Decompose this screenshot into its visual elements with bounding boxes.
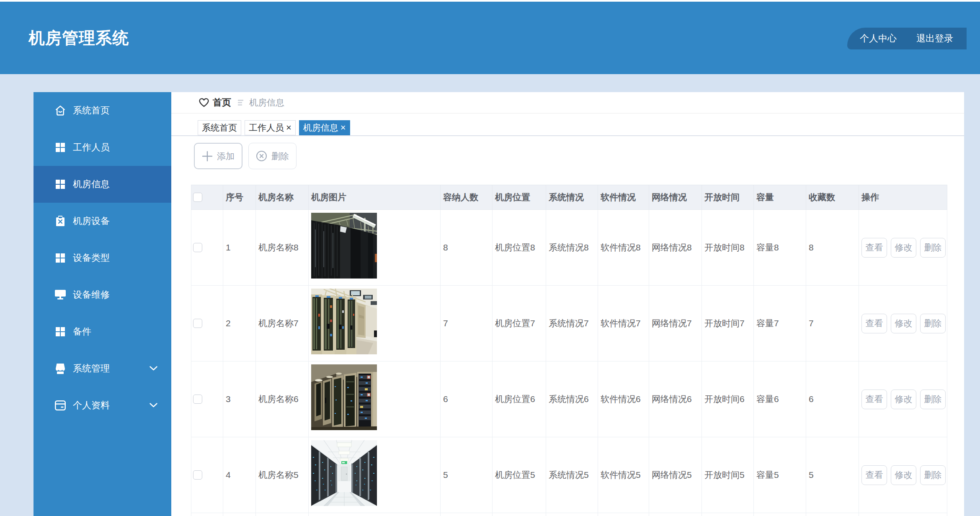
tab-system-home[interactable]: 系统首页 bbox=[198, 120, 241, 135]
cell-system: 系统情况8 bbox=[546, 210, 598, 286]
circle-close-icon bbox=[256, 150, 267, 162]
delete-row-button[interactable]: 删除 bbox=[920, 465, 946, 485]
delete-button[interactable]: 删除 bbox=[248, 143, 297, 169]
chevron-down-icon bbox=[150, 402, 157, 409]
cell-location: 机房位置8 bbox=[493, 210, 546, 286]
sidebar-menu: 系统首页 工作人员 机房信息 机房设备 bbox=[34, 92, 171, 424]
breadcrumb-home[interactable]: 首页 bbox=[213, 96, 231, 109]
cell-seq: 4 bbox=[223, 437, 256, 513]
edit-button[interactable]: 修改 bbox=[891, 314, 916, 333]
user-center-link[interactable]: 个人中心 bbox=[860, 32, 897, 45]
sidebar-item-label: 个人资料 bbox=[73, 399, 110, 412]
room-photo-beige-server-cabinets bbox=[311, 289, 377, 354]
cell-actions: 查看修改删除 bbox=[859, 437, 947, 513]
sidebar-item-equipment-repair[interactable]: 设备维修 bbox=[34, 276, 171, 313]
row-checkbox[interactable] bbox=[193, 395, 202, 404]
cell-open-time: 开放时间5 bbox=[702, 437, 754, 513]
cell-favorites: 5 bbox=[806, 437, 859, 513]
logout-link[interactable]: 退出登录 bbox=[916, 32, 953, 45]
tab-label: 系统首页 bbox=[202, 122, 237, 134]
view-button[interactable]: 查看 bbox=[861, 238, 887, 258]
cell-software: 软件情况6 bbox=[598, 361, 649, 437]
edit-button[interactable]: 修改 bbox=[891, 238, 916, 258]
lines-icon bbox=[238, 100, 243, 106]
sidebar-item-room-info[interactable]: 机房信息 bbox=[34, 166, 171, 203]
cell-network: 网络情况5 bbox=[649, 437, 702, 513]
close-icon[interactable]: × bbox=[286, 123, 291, 132]
sidebar-item-label: 备件 bbox=[73, 325, 91, 338]
cell-name: 机房名称5 bbox=[256, 437, 309, 513]
column-header-location: 机房位置 bbox=[493, 185, 546, 210]
view-button[interactable]: 查看 bbox=[861, 314, 887, 333]
sidebar-item-label: 工作人员 bbox=[73, 141, 110, 154]
edit-button[interactable]: 修改 bbox=[891, 390, 916, 409]
delete-row-button[interactable]: 删除 bbox=[920, 238, 946, 258]
sidebar-item-staff[interactable]: 工作人员 bbox=[34, 129, 171, 166]
cell-seq: 1 bbox=[223, 210, 256, 286]
view-button[interactable]: 查看 bbox=[861, 465, 887, 485]
sidebar-item-equipment-type[interactable]: 设备类型 bbox=[34, 240, 171, 276]
view-button[interactable]: 查看 bbox=[861, 390, 887, 409]
sidebar-item-personal-profile[interactable]: 个人资料 bbox=[34, 387, 171, 424]
cell-open-time: 开放时间8 bbox=[702, 210, 754, 286]
sidebar-item-label: 设备类型 bbox=[73, 252, 110, 264]
sidebar-item-room-equipment[interactable]: 机房设备 bbox=[34, 203, 171, 240]
sidebar-item-spare-parts[interactable]: 备件 bbox=[34, 313, 171, 350]
cell-photo bbox=[309, 437, 441, 513]
row-checkbox[interactable] bbox=[193, 319, 202, 328]
tab-staff[interactable]: 工作人员 × bbox=[245, 120, 296, 135]
cell-photo bbox=[309, 361, 441, 437]
user-menu: 个人中心 退出登录 bbox=[847, 28, 967, 49]
cell-favorites: 6 bbox=[806, 361, 859, 437]
cell-name: 机房名称7 bbox=[256, 286, 309, 361]
chevron-down-icon bbox=[150, 365, 157, 372]
top-header: 机房管理系统 个人中心 退出登录 bbox=[0, 2, 980, 74]
cell-capacity-people: 6 bbox=[441, 361, 493, 437]
column-header-software: 软件情况 bbox=[598, 185, 649, 210]
cell-network: 网络情况6 bbox=[649, 361, 702, 437]
cell-photo bbox=[309, 286, 441, 361]
tab-room-info[interactable]: 机房信息 × bbox=[299, 120, 350, 135]
cell-capacity: 容量8 bbox=[754, 210, 806, 286]
column-header-actions: 操作 bbox=[859, 185, 947, 210]
grid-icon bbox=[55, 179, 66, 190]
cell-location: 机房位置7 bbox=[493, 286, 546, 361]
column-header-system: 系统情况 bbox=[546, 185, 598, 210]
table-row: 2 机房名称7 bbox=[191, 286, 947, 361]
room-photo-white-corridor bbox=[311, 440, 377, 506]
edit-button[interactable]: 修改 bbox=[891, 465, 916, 485]
sidebar-item-system-home[interactable]: 系统首页 bbox=[34, 92, 171, 129]
delete-row-button[interactable]: 删除 bbox=[920, 390, 946, 409]
cell-photo bbox=[309, 210, 441, 286]
select-all-checkbox[interactable] bbox=[193, 193, 202, 202]
sidebar-item-system-management[interactable]: 系统管理 bbox=[34, 350, 171, 387]
row-checkbox[interactable] bbox=[193, 243, 202, 252]
grid-icon bbox=[55, 326, 66, 338]
column-header-seq: 序号 bbox=[223, 185, 256, 210]
cell-software: 软件情况5 bbox=[598, 437, 649, 513]
cell-actions: 查看修改删除 bbox=[859, 286, 947, 361]
tab-label: 机房信息 bbox=[303, 122, 338, 134]
monitor-icon bbox=[55, 289, 66, 301]
cell-location: 机房位置5 bbox=[493, 437, 546, 513]
cell-system: 系统情况6 bbox=[546, 361, 598, 437]
row-checkbox[interactable] bbox=[193, 470, 202, 480]
room-photo-dark-server-racks bbox=[311, 213, 377, 279]
cell-capacity-people: 5 bbox=[441, 437, 493, 513]
cell-favorites: 8 bbox=[806, 210, 859, 286]
cell-software: 软件情况7 bbox=[598, 286, 649, 361]
delete-button-label: 删除 bbox=[271, 150, 289, 162]
heart-icon bbox=[199, 98, 209, 107]
add-button[interactable]: 添加 bbox=[194, 143, 242, 169]
delete-row-button[interactable]: 删除 bbox=[920, 314, 946, 333]
cell-system: 系统情况5 bbox=[546, 437, 598, 513]
sidebar: 系统首页 工作人员 机房信息 机房设备 bbox=[34, 92, 171, 516]
sidebar-item-label: 设备维修 bbox=[73, 289, 110, 301]
sidebar-item-label: 机房设备 bbox=[73, 215, 110, 227]
cell-open-time: 开放时间7 bbox=[702, 286, 754, 361]
close-icon[interactable]: × bbox=[340, 123, 346, 132]
bank-card-icon bbox=[55, 400, 66, 411]
grid-icon bbox=[55, 253, 66, 264]
column-header-open-time: 开放时间 bbox=[702, 185, 754, 210]
plus-icon bbox=[202, 151, 213, 162]
